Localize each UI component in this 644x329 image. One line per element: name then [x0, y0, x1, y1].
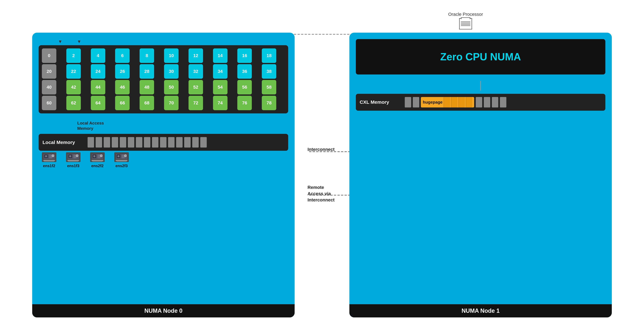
- local-memory-label: Local Memory: [42, 140, 84, 145]
- cpu-cell: 66: [115, 96, 130, 110]
- cpu-cell: 34: [213, 64, 228, 79]
- cpu-cell: 70: [164, 96, 178, 110]
- svg-rect-38: [122, 155, 126, 156]
- cpu-cell: 12: [188, 48, 203, 63]
- cpu-cell: 60: [42, 96, 56, 110]
- svg-rect-24: [73, 157, 76, 158]
- connector-line: [480, 81, 481, 91]
- nic-icon: [114, 152, 129, 162]
- cpu-cell: 0: [42, 48, 56, 63]
- cxl-memory-slots: hugepage: [405, 97, 602, 107]
- memory-slot: [176, 137, 182, 148]
- svg-rect-32: [98, 157, 100, 158]
- oracle-processor-label: Oracle Processor: [448, 12, 483, 17]
- cpu-cell: 46: [115, 80, 130, 94]
- numa-node-0-label: NUMA Node 0: [32, 304, 295, 318]
- memory-slot: [192, 137, 199, 148]
- memory-slot: [120, 137, 126, 148]
- svg-rect-23: [73, 156, 78, 157]
- memory-slot: [500, 97, 506, 107]
- cpu-cell: 38: [262, 64, 276, 79]
- svg-rect-33: [92, 160, 103, 161]
- memory-slot: [451, 97, 458, 107]
- cpu-cell: 68: [140, 96, 154, 110]
- nic-card: ens2f2: [90, 152, 105, 168]
- remote-access-label: RemoteAccess viaInterconnect: [308, 184, 334, 203]
- oracle-processor-icon: [459, 18, 472, 29]
- cpu-cell: 6: [115, 48, 130, 63]
- cpu-cell: 76: [237, 96, 252, 110]
- memory-slot: [184, 137, 190, 148]
- memory-slot: [466, 97, 472, 107]
- svg-rect-14: [49, 155, 54, 156]
- svg-point-13: [46, 156, 46, 157]
- memory-slot: [168, 137, 174, 148]
- cpu-cell: 30: [164, 64, 178, 79]
- cpu-cell: 8: [140, 48, 154, 63]
- nic-label: ens2f3: [116, 164, 128, 168]
- cpu-cell: 20: [42, 64, 56, 79]
- memory-slot: [104, 137, 110, 148]
- hugepage-section: hugepage: [421, 97, 474, 107]
- svg-point-29: [94, 156, 95, 157]
- local-access-memory-label: Local AccessMemory: [77, 120, 104, 131]
- cpu-cell: 78: [262, 96, 276, 110]
- nic-label: ens2f2: [91, 164, 104, 168]
- zero-cpu-box: Zero CPU NUMA: [356, 39, 605, 74]
- cpu-cell: 26: [115, 64, 130, 79]
- memory-slot: [96, 137, 102, 148]
- cpu-cell: 10: [164, 48, 178, 63]
- svg-point-21: [70, 156, 71, 157]
- cxl-memory-label: CXL Memory: [360, 99, 402, 105]
- nic-card: ens1f2: [42, 152, 56, 168]
- memory-slot: [405, 97, 411, 107]
- svg-rect-31: [98, 156, 102, 157]
- nic-row: ens1f2 ens1f3 ens2f2 ens2f3: [39, 152, 288, 168]
- memory-slot: [458, 97, 465, 107]
- memory-slot: [88, 137, 94, 148]
- cpu-cell: 58: [262, 80, 276, 94]
- memory-slot: [484, 97, 490, 107]
- svg-rect-41: [116, 160, 127, 161]
- local-memory-bar: Local Memory: [39, 134, 288, 151]
- zero-cpu-label: Zero CPU NUMA: [440, 51, 521, 63]
- svg-rect-15: [49, 156, 54, 157]
- nic-icon: [42, 152, 56, 162]
- numa-node-1-label: NUMA Node 1: [349, 304, 612, 318]
- nic-icon: [90, 152, 105, 162]
- cpu-cell: 36: [237, 64, 252, 79]
- cpu-cell: 52: [188, 80, 203, 94]
- memory-slot: [444, 97, 450, 107]
- interconnect-label: Interconnect: [308, 147, 334, 152]
- cpu-cell: 2: [66, 48, 81, 63]
- cpu-cell: 16: [237, 48, 252, 63]
- cpu-cell: 28: [140, 64, 154, 79]
- svg-rect-22: [73, 155, 78, 156]
- cpu-cell: 56: [237, 80, 252, 94]
- nic-label: ens1f2: [43, 164, 55, 168]
- nic-card: ens1f3: [66, 152, 80, 168]
- memory-slot: [112, 137, 118, 148]
- svg-rect-16: [49, 157, 52, 158]
- cpu-cell: 22: [66, 64, 81, 79]
- numa-node-0: ▼ ▼ 024681012141618202224262830323436384…: [32, 33, 295, 318]
- cpu-grid: 0246810121416182022242628303234363840424…: [42, 48, 285, 110]
- cpu-cell: 62: [66, 96, 81, 110]
- svg-rect-39: [122, 156, 126, 157]
- cpu-cell: 74: [213, 96, 228, 110]
- memory-slot: [492, 97, 498, 107]
- hugepage-label: hugepage: [423, 100, 442, 105]
- svg-rect-30: [98, 155, 102, 156]
- cpu-cell: 72: [188, 96, 203, 110]
- diagram-container: Oracle Processor: [16, 12, 628, 318]
- nic-label: ens1f3: [67, 164, 79, 168]
- cpu-cell: 40: [42, 80, 56, 94]
- nic-card: ens2f3: [114, 152, 129, 168]
- cpu-grid-container: 0246810121416182022242628303234363840424…: [39, 45, 288, 113]
- memory-slot: [413, 97, 419, 107]
- cpu-cell: 44: [91, 80, 105, 94]
- cpu-cell: 32: [188, 64, 203, 79]
- cpu-cell: 24: [91, 64, 105, 79]
- memory-slot: [128, 137, 134, 148]
- memory-slot: [144, 137, 150, 148]
